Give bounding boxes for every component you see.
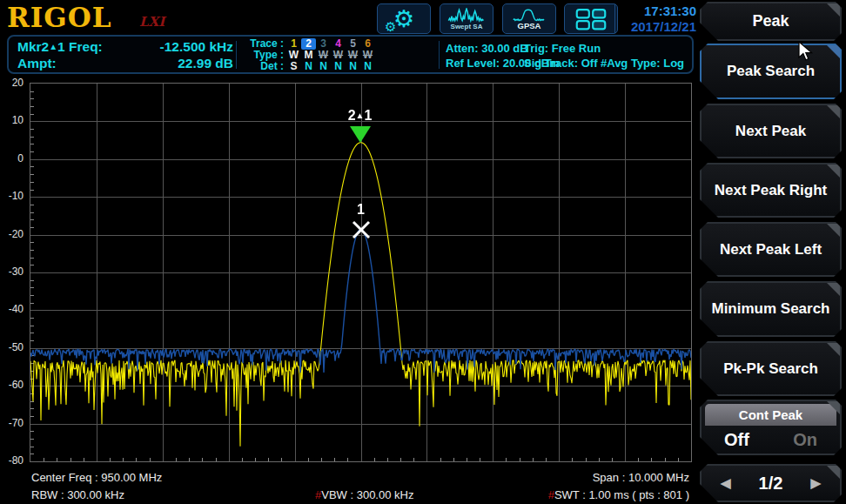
softkey-page-nav[interactable]: ◀ 1/2 ▶: [700, 464, 842, 502]
infobox-divider: [439, 41, 440, 69]
y-axis-label: -50: [0, 341, 24, 353]
y-axis-label: -40: [0, 303, 24, 315]
corner-fold-icon: [827, 401, 840, 414]
gpsa-curve-icon: [509, 9, 549, 22]
trace-cell: N: [316, 61, 331, 72]
corner-fold-icon: [827, 466, 840, 479]
y-axis-label: -80: [0, 454, 24, 467]
cont-peak-header: Cont Peak: [705, 404, 836, 426]
time-display: 17:31:30: [620, 3, 696, 19]
marker1-label: 1: [335, 202, 387, 218]
corner-fold-icon: [827, 165, 840, 178]
spectrum-plot-area: 2▲1 1: [30, 83, 692, 462]
trace-cell: N: [301, 61, 316, 72]
infobox-divider: [236, 41, 237, 69]
spectrum-analyzer-screen: RIGOL LXI ⚙ ⚙ Swept SA GPSA 17:31:30 201…: [0, 0, 846, 504]
swept-sa-label: Swept SA: [451, 24, 483, 30]
lxi-logo: LXI: [139, 14, 164, 30]
y-axis-label: 20: [0, 77, 24, 89]
marker-freq-value: -12.500 kHz: [160, 38, 233, 55]
swept-sa-mode-button[interactable]: Swept SA: [440, 3, 494, 34]
softkey-next-peak-left[interactable]: Next Peak Left: [700, 222, 842, 277]
y-axis-label: 10: [0, 114, 24, 126]
y-axis-label: -10: [0, 190, 24, 202]
corner-fold-icon: [827, 224, 840, 237]
marker-readout: Mkr2▲1 Freq: -12.500 kHz Ampt: 22.99 dB: [17, 38, 233, 71]
center-freq-readout: Center Freq : 950.00 MHz: [31, 471, 162, 484]
marker-delta-label: 2▲1: [334, 108, 386, 124]
marker1-x-icon: [350, 218, 373, 241]
trace-cell: N: [346, 61, 360, 72]
span-readout: Span : 10.000 MHz: [593, 471, 689, 484]
vbw-readout: #VBW : 300.00 kHz: [315, 488, 413, 501]
corner-fold-icon: [827, 343, 840, 356]
avg-type-readout: #Avg Type: Log: [601, 57, 684, 70]
softkey-minimum-search[interactable]: Minimum Search: [700, 281, 842, 337]
system-settings-button[interactable]: ⚙ ⚙: [377, 3, 431, 34]
marker-delta-triangle-icon: [350, 126, 371, 143]
trace-cell: N: [331, 61, 346, 72]
rbw-readout: RBW : 300.00 kHz: [31, 488, 124, 501]
softkey-next-peak-right[interactable]: Next Peak Right: [700, 163, 842, 218]
clock-block: 17:31:30 2017/12/21: [620, 3, 696, 35]
page-next-icon[interactable]: ▶: [810, 475, 821, 491]
cont-peak-off[interactable]: Off: [724, 430, 749, 450]
softkey-cont-peak[interactable]: Cont Peak Off On: [700, 400, 842, 455]
softkey-next-peak[interactable]: Next Peak: [700, 104, 842, 158]
gear-small-icon: ⚙: [385, 20, 396, 33]
y-axis-label: -60: [0, 379, 24, 391]
gear-icon: ⚙: [393, 8, 414, 30]
page-indicator: 1/2: [759, 474, 783, 494]
marker-ampt-value: 22.99 dB: [178, 55, 233, 71]
trig-readout: Trig: Free Run: [524, 42, 601, 55]
menu-title-peak[interactable]: Peak: [700, 2, 842, 41]
cont-peak-toggle[interactable]: Off On: [705, 426, 836, 454]
date-display: 2017/12/21: [620, 19, 696, 35]
sig-track-readout: Sig Track: Off: [524, 57, 598, 70]
swept-sa-waveform-icon: [446, 8, 487, 23]
marker-ampt-label: Ampt:: [17, 55, 57, 71]
measurement-info-box: Mkr2▲1 Freq: -12.500 kHz Ampt: 22.99 dB …: [7, 35, 694, 74]
trace-cell: S: [286, 61, 301, 72]
softkey-peak-search[interactable]: Peak Search: [700, 44, 842, 99]
marker-freq-label: Mkr2▲1 Freq:: [17, 38, 103, 55]
rigol-logo: RIGOL: [7, 2, 112, 33]
corner-fold-icon: [827, 3, 840, 17]
y-axis-label: -30: [0, 265, 24, 278]
page-prev-icon[interactable]: ◀: [721, 475, 731, 491]
cont-peak-on[interactable]: On: [793, 430, 817, 450]
trace-cell: N: [360, 61, 375, 72]
window-layout-button[interactable]: [564, 3, 618, 34]
gpsa-label: GPSA: [518, 23, 541, 30]
y-axis-label: -20: [0, 228, 24, 240]
swt-readout: #SWT : 1.00 ms ( pts : 801 ): [548, 488, 689, 501]
gpsa-mode-button[interactable]: GPSA: [502, 3, 556, 34]
trace-table-row-label: Det :: [242, 61, 284, 72]
corner-fold-icon: [827, 283, 840, 296]
header-separator: [614, 4, 615, 33]
corner-fold-icon: [827, 45, 840, 58]
trace-table-row: Det :SNNNNN: [242, 61, 375, 72]
corner-fold-icon: [827, 105, 840, 118]
y-axis-label: 0: [0, 152, 24, 165]
mouse-cursor-icon: [797, 41, 816, 64]
y-axis-labels: 20100-10-20-30-40-50-60-70-80: [0, 83, 26, 462]
y-axis-label: -70: [0, 417, 24, 429]
trace-table: Trace :123456Type :WMWWWWDet :SNNNNN: [242, 38, 375, 72]
windows-grid-icon: [574, 8, 608, 30]
softkey-pk-pk-search[interactable]: Pk-Pk Search: [700, 341, 842, 396]
softkey-menu: Peak Peak Search Next Peak Next Peak Rig…: [696, 0, 846, 504]
atten-readout: Atten: 30.00 dB: [446, 42, 528, 55]
